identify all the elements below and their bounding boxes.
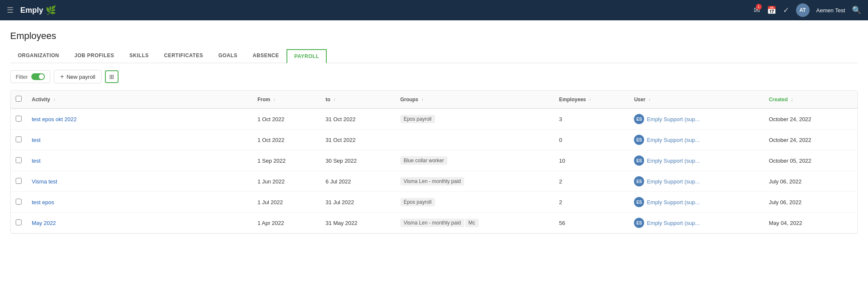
row-from: 1 Sep 2022 [252,150,320,171]
created-label: Created [769,97,788,103]
search-icon[interactable]: 🔍 [852,6,861,15]
user-name-text: Emply Support (sup... [647,137,700,143]
row-activity: test epos [27,192,252,213]
row-activity: Visma test [27,171,252,192]
row-employees: 3 [554,108,629,130]
row-checkbox[interactable] [16,199,22,205]
user-cell: ESEmply Support (sup... [634,218,758,228]
row-employees: 2 [554,171,629,192]
user-cell: ESEmply Support (sup... [634,155,758,166]
payroll-table: Activity ↑ From ↑ to ↑ Groups ↑ Employee… [10,90,858,234]
row-created: May 04, 2022 [764,213,857,233]
table-row[interactable]: test epos1 Jul 202231 Jul 2022Epos payro… [11,192,857,213]
th-created[interactable]: Created ↓ [764,91,857,108]
notifications-icon[interactable]: ✉ 1 [754,6,760,15]
user-cell: ESEmply Support (sup... [634,135,758,145]
user-cell: ESEmply Support (sup... [634,176,758,186]
checkmark-icon[interactable]: ✓ [783,6,789,15]
group-badge: Visma Len - monthly paid [400,177,464,186]
table-row[interactable]: Visma test1 Jun 20226 Jul 2022Visma Len … [11,171,857,192]
table-row[interactable]: May 20221 Apr 202231 May 2022Visma Len -… [11,213,857,233]
user-avatar: ES [634,197,644,207]
user-avatar: ES [634,155,644,166]
row-groups: Visma Len - monthly paidMc [395,213,554,233]
filter-button[interactable]: Filter [10,70,50,83]
row-user: ESEmply Support (sup... [629,130,763,150]
row-checkbox[interactable] [16,116,22,122]
row-to: 31 May 2022 [320,213,395,233]
row-created: July 06, 2022 [764,192,857,213]
user-name-text: Emply Support (sup... [647,158,700,164]
user-cell: ESEmply Support (sup... [634,114,758,124]
tab-absence[interactable]: ABSENCE [245,48,287,63]
group-badge: Epos payroll [400,115,435,123]
tab-skills[interactable]: SKILLS [122,48,157,63]
sort-activity-icon: ↑ [53,97,55,102]
row-checkbox[interactable] [16,178,22,184]
group-badge: Blue collar worker [400,156,447,165]
th-groups[interactable]: Groups ↑ [395,91,554,108]
row-checkbox[interactable] [16,219,22,225]
row-employees: 0 [554,130,629,150]
row-checkbox[interactable] [16,157,22,163]
table-body: test epos okt 20221 Oct 202231 Oct 2022E… [11,108,857,233]
row-from: 1 Jul 2022 [252,192,320,213]
row-user: ESEmply Support (sup... [629,108,763,130]
user-avatar: ES [634,176,644,186]
new-payroll-button[interactable]: + New payroll [54,70,102,83]
row-checkbox-cell [11,150,27,171]
tab-job-profiles[interactable]: JOB PROFILES [67,48,122,63]
table-row[interactable]: test1 Sep 202230 Sep 2022Blue collar wor… [11,150,857,171]
row-created: October 24, 2022 [764,108,857,130]
row-employees: 56 [554,213,629,233]
th-employees[interactable]: Employees ↑ [554,91,629,108]
avatar[interactable]: AT [796,3,810,17]
row-checkbox-cell [11,108,27,130]
th-activity[interactable]: Activity ↑ [27,91,252,108]
th-from[interactable]: From ↑ [252,91,320,108]
tab-payroll[interactable]: PAYROLL [287,49,327,64]
user-name[interactable]: Aemen Test [816,7,845,14]
export-button[interactable]: ⊞ [105,70,118,83]
toolbar: Filter + New payroll ⊞ [10,70,858,83]
th-user[interactable]: User ↑ [629,91,763,108]
select-all-checkbox[interactable] [16,96,22,102]
row-from: 1 Apr 2022 [252,213,320,233]
topnav-right: ✉ 1 📅 ✓ AT Aemen Test 🔍 [754,3,861,17]
sort-from-icon: ↑ [273,97,276,102]
tab-organization[interactable]: ORGANIZATION [10,48,67,63]
row-from: 1 Oct 2022 [252,130,320,150]
select-all-header[interactable] [11,91,27,108]
tabs-divider [10,63,858,63]
filter-toggle[interactable] [31,73,45,80]
row-checkbox-cell [11,192,27,213]
row-from: 1 Oct 2022 [252,108,320,130]
row-activity: test [27,150,252,171]
tabs: ORGANIZATION JOB PROFILES SKILLS CERTIFI… [10,48,858,63]
tab-certificates[interactable]: CERTIFICATES [156,48,210,63]
row-created: July 06, 2022 [764,171,857,192]
main-content: Employees ORGANIZATION JOB PROFILES SKIL… [0,20,868,294]
row-employees: 2 [554,192,629,213]
user-name-text: Emply Support (sup... [647,199,700,205]
row-groups: Epos payroll [395,108,554,130]
user-avatar: ES [634,114,644,124]
row-checkbox[interactable] [16,136,22,142]
row-user: ESEmply Support (sup... [629,150,763,171]
app-logo: Emply 🌿 [20,5,56,15]
tab-goals[interactable]: GOALS [211,48,245,63]
table-row[interactable]: test epos okt 20221 Oct 202231 Oct 2022E… [11,108,857,130]
new-payroll-label: New payroll [66,74,95,80]
row-to: 31 Oct 2022 [320,108,395,130]
user-name-text: Emply Support (sup... [647,178,700,185]
group-badge: Epos payroll [400,198,435,206]
calendar-icon[interactable]: 📅 [767,6,776,15]
row-checkbox-cell [11,171,27,192]
table-row[interactable]: test1 Oct 202231 Oct 20220ESEmply Suppor… [11,130,857,150]
hamburger-icon[interactable]: ☰ [7,6,14,15]
group-badge: Mc [465,219,479,227]
user-name-text: Emply Support (sup... [647,116,700,122]
th-to[interactable]: to ↑ [320,91,395,108]
topnav-left: ☰ Emply 🌿 [7,5,56,15]
logo-text: Emply [20,6,43,15]
